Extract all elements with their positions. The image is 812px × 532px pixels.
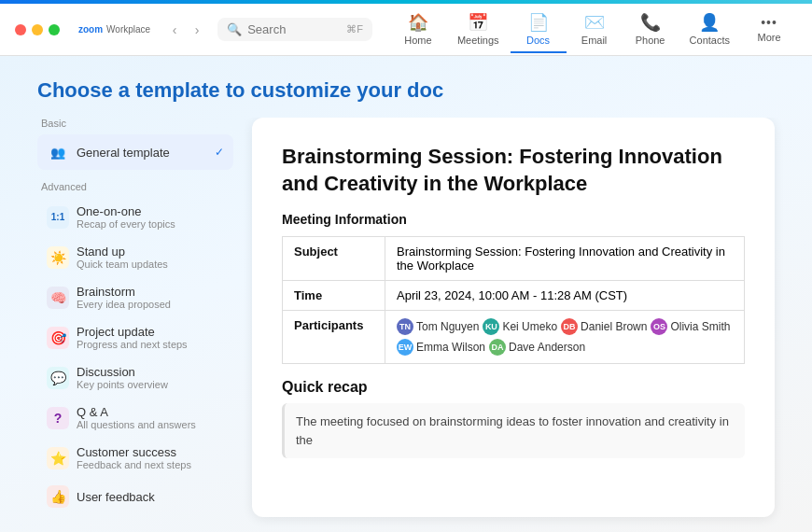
phone-icon: 📞 — [640, 12, 661, 33]
contacts-icon: 👤 — [699, 12, 720, 33]
more-icon: ••• — [761, 15, 777, 30]
meeting-info-label: Meeting Information — [282, 212, 745, 227]
avatar-daniel: DB — [561, 318, 578, 335]
standup-icon: ☀️ — [47, 246, 69, 269]
standup-name: Stand up — [77, 245, 224, 259]
brainstorm-desc: Every idea proposed — [77, 299, 224, 310]
participants-list: TN Tom Nguyen KU Kei Umeko DB Daniel Bro… — [397, 318, 733, 356]
discussion-icon: 💬 — [47, 367, 69, 389]
page-title: Choose a template to customize your doc — [37, 78, 775, 103]
tab-docs-label: Docs — [526, 35, 550, 46]
tab-home-label: Home — [404, 35, 431, 46]
preview-doc-title: Brainstorming Session: Fostering Innovat… — [282, 144, 745, 197]
participant-olivia: OS Olivia Smith — [651, 318, 730, 335]
search-icon: 🔍 — [227, 22, 242, 36]
avatar-tom: TN — [397, 318, 413, 335]
discussion-name: Discussion — [77, 365, 224, 379]
qa-desc: All questions and answers — [77, 419, 224, 430]
qa-name: Q & A — [77, 405, 224, 419]
tab-phone[interactable]: 📞 Phone — [623, 7, 679, 53]
general-template-name: General template — [77, 146, 207, 160]
page-title-section: Choose a template to customize your doc — [0, 56, 812, 118]
tab-more[interactable]: ••• More — [741, 9, 797, 50]
participant-kei: KU Kei Umeko — [483, 318, 557, 335]
sidebar-item-general[interactable]: 👥 General template ✓ — [37, 134, 233, 170]
table-row: Time April 23, 2024, 10:00 AM - 11:28 AM… — [283, 281, 745, 311]
search-input[interactable] — [247, 22, 341, 36]
home-icon: 🏠 — [408, 12, 428, 33]
content-area: Basic 👥 General template ✓ Advanced 1:1 … — [0, 118, 812, 532]
user-feedback-icon: 👍 — [47, 485, 69, 508]
avatar-olivia: OS — [651, 318, 667, 335]
general-template-icon: 👥 — [47, 141, 69, 163]
nav-arrows: ‹ › — [165, 21, 206, 39]
sidebar-item-standup[interactable]: ☀️ Stand up Quick team updates — [37, 238, 233, 276]
project-update-name: Project update — [77, 325, 224, 339]
email-icon: ✉️ — [584, 12, 605, 33]
quick-recap-title: Quick recap — [282, 379, 745, 396]
sidebar-item-project-update[interactable]: 🎯 Project update Progress and next steps — [37, 318, 233, 357]
qa-icon: ? — [47, 407, 69, 429]
table-row: Subject Brainstorming Session: Fostering… — [283, 237, 745, 281]
docs-icon: 📄 — [528, 12, 549, 33]
customer-success-desc: Feedback and next steps — [77, 459, 224, 470]
avatar-dave: DA — [489, 339, 506, 356]
one-on-one-desc: Recap of every topics — [77, 218, 224, 230]
brainstorm-name: Brainstorm — [77, 285, 224, 299]
standup-desc: Quick team updates — [77, 259, 224, 270]
table-row: Participants TN Tom Nguyen KU Kei Umeko — [283, 311, 745, 364]
sidebar-item-qa[interactable]: ? Q & A All questions and answers — [37, 399, 233, 437]
back-button[interactable]: ‹ — [165, 21, 184, 39]
sidebar-item-brainstorm[interactable]: 🧠 Brainstorm Every idea proposed — [37, 278, 233, 316]
forward-button[interactable]: › — [188, 21, 206, 39]
tab-contacts-label: Contacts — [690, 35, 730, 46]
meetings-icon: 📅 — [468, 12, 488, 33]
advanced-section-label: Advanced — [37, 181, 233, 192]
sidebar-item-user-feedback[interactable]: 👍 User feedback — [37, 479, 233, 514]
tab-meetings-label: Meetings — [457, 35, 499, 46]
subject-label: Subject — [283, 237, 385, 281]
tab-contacts[interactable]: 👤 Contacts — [679, 7, 741, 53]
user-feedback-name: User feedback — [77, 490, 224, 504]
quick-recap-text: The meeting focused on brainstorming ide… — [282, 403, 745, 458]
tab-docs[interactable]: 📄 Docs — [511, 7, 567, 53]
minimize-button[interactable] — [32, 24, 43, 35]
tab-email[interactable]: ✉️ Email — [567, 7, 623, 53]
tab-email-label: Email — [581, 35, 608, 46]
tab-more-label: More — [757, 32, 780, 43]
brainstorm-icon: 🧠 — [47, 287, 69, 309]
sidebar-item-customer-success[interactable]: ⭐ Customer success Feedback and next ste… — [37, 439, 233, 477]
fullscreen-button[interactable] — [49, 24, 60, 35]
customer-success-name: Customer success — [77, 445, 224, 459]
close-button[interactable] — [15, 24, 26, 35]
meeting-info-table: Subject Brainstorming Session: Fostering… — [282, 236, 745, 364]
participant-dave: DA Dave Anderson — [489, 339, 585, 356]
search-shortcut: ⌘F — [346, 23, 363, 35]
sidebar-item-discussion[interactable]: 💬 Discussion Key points overview — [37, 358, 233, 397]
project-update-icon: 🎯 — [47, 327, 69, 349]
discussion-desc: Key points overview — [77, 379, 224, 390]
template-preview: Brainstorming Session: Fostering Innovat… — [252, 118, 775, 517]
traffic-lights — [15, 24, 60, 35]
participant-emma: EW Emma Wilson — [397, 339, 485, 356]
tab-phone-label: Phone — [636, 35, 665, 46]
participants-label: Participants — [283, 311, 385, 364]
participant-daniel: DB Daniel Brown — [561, 318, 647, 335]
project-update-desc: Progress and next steps — [77, 339, 224, 350]
titlebar: zoom Workplace ‹ › 🔍 ⌘F 🏠 Home 📅 Meeting… — [0, 4, 812, 56]
checkmark-icon: ✓ — [215, 146, 224, 159]
zoom-logo: zoom Workplace — [78, 24, 150, 35]
template-sidebar: Basic 👥 General template ✓ Advanced 1:1 … — [37, 118, 233, 517]
time-value: April 23, 2024, 10:00 AM - 11:28 AM (CST… — [385, 281, 745, 311]
participants-value: TN Tom Nguyen KU Kei Umeko DB Daniel Bro… — [385, 311, 745, 364]
quick-recap-section: Quick recap The meeting focused on brain… — [282, 379, 745, 458]
sidebar-item-one-on-one[interactable]: 1:1 One-on-one Recap of every topics — [37, 198, 233, 236]
avatar-kei: KU — [483, 318, 499, 335]
advanced-section: Advanced 1:1 One-on-one Recap of every t… — [37, 181, 233, 514]
search-bar[interactable]: 🔍 ⌘F — [217, 18, 372, 41]
participant-tom: TN Tom Nguyen — [397, 318, 479, 335]
tab-home[interactable]: 🏠 Home — [390, 7, 446, 53]
one-on-one-icon: 1:1 — [47, 206, 69, 229]
tab-meetings[interactable]: 📅 Meetings — [446, 7, 511, 53]
subject-value: Brainstorming Session: Fostering Innovat… — [385, 237, 745, 281]
